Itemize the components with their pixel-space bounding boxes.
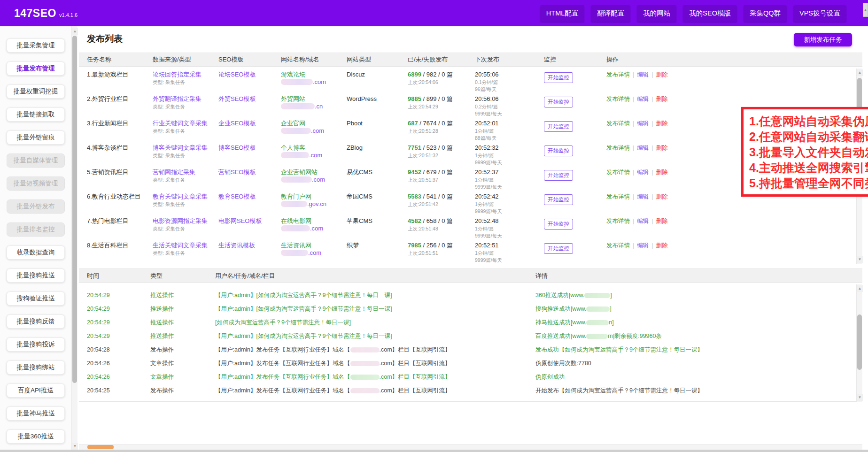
scroll-down-arrow-icon[interactable]: ▼ — [72, 443, 78, 450]
edit-link[interactable]: 编辑 — [637, 71, 649, 78]
delete-link[interactable]: 删除 — [656, 218, 668, 224]
sidebar-button[interactable]: 搜狗验证推送 — [7, 291, 65, 306]
task-source-link[interactable]: 外贸翻译指定采集 — [153, 95, 202, 102]
task-name: 2.外贸行业栏目 — [87, 95, 153, 117]
delete-link[interactable]: 删除 — [656, 242, 668, 249]
site-cms-type: ZBlog — [347, 144, 408, 166]
edit-link[interactable]: 编辑 — [637, 120, 649, 127]
site-domain[interactable]: .gov.cn — [281, 200, 347, 208]
scroll-up-arrow-icon[interactable]: ▲ — [857, 285, 863, 292]
top-nav-item[interactable]: 翻译配置 — [591, 5, 630, 22]
daily-limit: 96篇/每天 — [475, 86, 544, 92]
seo-template-link[interactable]: 营销SEO模板 — [218, 169, 256, 176]
log-type: 发布操作 — [150, 384, 215, 398]
pending-failed-count: / 982 / 0 篇 — [421, 71, 453, 78]
sidebar-button[interactable]: 批量搜狗反馈 — [7, 314, 65, 329]
site-domain[interactable]: .com — [281, 176, 347, 184]
task-source-link[interactable]: 行业关键词文章采集 — [153, 120, 208, 127]
delete-link[interactable]: 删除 — [656, 120, 668, 127]
publish-detail-link[interactable]: 发布详情 — [606, 193, 630, 200]
scroll-thumb[interactable] — [857, 314, 862, 370]
start-monitor-button[interactable]: 开始监控 — [544, 243, 573, 254]
sidebar-button[interactable]: 百度API推送 — [7, 383, 65, 398]
seo-template-link[interactable]: 企业SEO模板 — [218, 120, 256, 127]
task-type-label: 类型: 采集任务 — [153, 128, 218, 134]
sidebar-scrollbar[interactable]: ▲ ▼ — [71, 26, 78, 452]
edit-link[interactable]: 编辑 — [637, 145, 649, 151]
site-domain[interactable]: .com — [281, 127, 347, 135]
task-source-link[interactable]: 论坛回答指定采集 — [153, 71, 202, 78]
site-domain[interactable]: .com — [281, 78, 347, 86]
publish-detail-link[interactable]: 发布详情 — [606, 242, 630, 249]
scroll-up-arrow-icon[interactable]: ▲ — [72, 28, 78, 35]
sidebar-button[interactable]: 批量神马推送 — [7, 406, 65, 421]
start-monitor-button[interactable]: 开始监控 — [544, 97, 573, 107]
top-nav-item[interactable]: VPS拨号设置 — [793, 5, 846, 22]
start-monitor-button[interactable]: 开始监控 — [544, 146, 573, 156]
log-time: 20:54:29 — [87, 289, 150, 302]
delete-link[interactable]: 删除 — [656, 96, 668, 102]
site-domain[interactable]: .com — [281, 152, 347, 159]
scroll-thumb[interactable] — [87, 445, 114, 449]
publish-detail-link[interactable]: 发布详情 — [606, 71, 630, 78]
top-nav-item[interactable]: 采集QQ群 — [744, 5, 787, 22]
site-domain[interactable]: .cn — [281, 103, 347, 110]
site-domain[interactable]: .com — [281, 249, 347, 257]
new-task-button[interactable]: 新增发布任务 — [794, 33, 852, 46]
seo-template-link[interactable]: 电影网SEO模板 — [218, 217, 262, 224]
sidebar-button[interactable]: 批量搜狗绑站 — [7, 360, 65, 375]
start-monitor-button[interactable]: 开始监控 — [544, 72, 573, 83]
sidebar-button[interactable]: 批量搜狗推送 — [7, 268, 65, 283]
delete-link[interactable]: 删除 — [656, 169, 668, 176]
seo-template-link[interactable]: 论坛SEO模板 — [218, 71, 256, 78]
scroll-down-arrow-icon[interactable]: ▼ — [857, 394, 863, 401]
start-monitor-button[interactable]: 开始监控 — [544, 170, 573, 181]
daily-limit: 9999篇/每天 — [475, 160, 544, 166]
sidebar-button[interactable]: 批量采集管理 — [7, 38, 65, 53]
scroll-up-arrow-icon[interactable]: ▲ — [857, 69, 863, 76]
start-monitor-button[interactable]: 开始监控 — [544, 194, 573, 205]
seo-template-link[interactable]: 教育SEO模板 — [218, 193, 256, 200]
log-scrollbar[interactable]: ▲ ▼ — [856, 284, 862, 402]
edit-link[interactable]: 编辑 — [637, 96, 649, 102]
delete-link[interactable]: 删除 — [656, 145, 668, 151]
sidebar-button[interactable]: 批量外链留痕 — [7, 130, 65, 145]
site-domain[interactable]: .com — [281, 225, 347, 232]
sidebar-button[interactable]: 批量搜狗投诉 — [7, 337, 65, 352]
publish-detail-link[interactable]: 发布详情 — [606, 120, 630, 127]
seo-template-link[interactable]: 博客SEO模板 — [218, 144, 256, 151]
edit-link[interactable]: 编辑 — [637, 169, 649, 176]
sidebar-button[interactable]: 批量发布管理 — [7, 61, 65, 76]
publish-detail-link[interactable]: 发布详情 — [606, 169, 630, 176]
delete-link[interactable]: 删除 — [656, 193, 668, 200]
publish-detail-link[interactable]: 发布详情 — [606, 218, 630, 224]
site-cms-type: 苹果CMS — [347, 217, 408, 239]
publish-detail-link[interactable]: 发布详情 — [606, 145, 630, 151]
scroll-thumb[interactable] — [72, 36, 77, 383]
start-monitor-button[interactable]: 开始监控 — [544, 219, 573, 230]
sidebar-button[interactable]: 批量链接抓取 — [7, 107, 65, 122]
task-source-link[interactable]: 电影资源网指定采集 — [153, 217, 208, 224]
task-source-link[interactable]: 博客关键词文章采集 — [153, 144, 208, 151]
log-table-header: 时间类型用户名/任务/域名/栏目详情 — [79, 268, 862, 283]
edit-link[interactable]: 编辑 — [637, 218, 649, 224]
edit-link[interactable]: 编辑 — [637, 242, 649, 249]
top-nav-item[interactable]: 我的SEO模版 — [683, 5, 737, 22]
edit-link[interactable]: 编辑 — [637, 193, 649, 200]
sidebar-button[interactable]: 批量权重词挖掘 — [7, 84, 65, 99]
task-source-link[interactable]: 生活关键词文章采集 — [153, 242, 208, 249]
top-nav-item[interactable]: 我的网站 — [637, 5, 676, 22]
top-nav-item[interactable]: HTML配置 — [540, 5, 584, 22]
scroll-down-arrow-icon[interactable]: ▼ — [857, 256, 863, 263]
seo-template-link[interactable]: 生活资讯模板 — [218, 242, 255, 249]
task-source-link[interactable]: 教育关键词文章采集 — [153, 193, 208, 200]
task-source-link[interactable]: 营销网指定采集 — [153, 169, 195, 176]
start-monitor-button[interactable]: 开始监控 — [544, 121, 573, 132]
sidebar-button[interactable]: 收录数据查询 — [7, 245, 65, 260]
delete-link[interactable]: 删除 — [656, 71, 668, 78]
window-scrollbar-cap-icon[interactable]: ▲ — [863, 3, 868, 17]
publish-detail-link[interactable]: 发布详情 — [606, 96, 630, 102]
horizontal-scrollbar[interactable] — [79, 444, 862, 450]
sidebar-button[interactable]: 批量360推送 — [7, 429, 65, 444]
seo-template-link[interactable]: 外贸SEO模板 — [218, 95, 256, 102]
